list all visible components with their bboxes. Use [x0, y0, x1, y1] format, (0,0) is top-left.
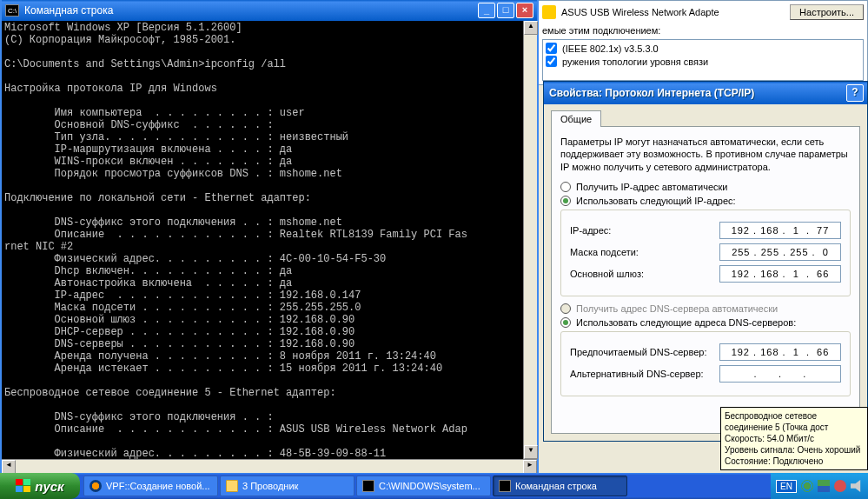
- radio-icon: [560, 196, 571, 206]
- language-indicator[interactable]: EN: [776, 480, 797, 493]
- radio-manual-ip-label: Использовать следующий IP-адрес:: [576, 196, 736, 206]
- volume-icon[interactable]: [851, 480, 863, 492]
- ieee-item: (IEEE 802.1x) v3.5.3.0: [562, 43, 659, 54]
- tooltip-line: Состояние: Подключено: [725, 456, 864, 467]
- tcpip-title-text: Свойства: Протокол Интернета (TCP/IP): [549, 87, 754, 99]
- command-prompt-window: C:\ Командная строка _ □ × Microsoft Win…: [0, 0, 539, 475]
- cmd-icon: [499, 480, 511, 492]
- dns2-label: Альтернативный DNS-сервер:: [570, 369, 719, 379]
- scroll-right-icon[interactable]: ►: [523, 460, 537, 474]
- proto-checkbox[interactable]: [546, 43, 557, 54]
- tab-general[interactable]: Общие: [551, 110, 601, 127]
- radio-manual-dns-label: Использовать следующие адреса DNS-сервер…: [576, 317, 796, 328]
- taskbar-label: Командная строка: [515, 481, 597, 491]
- scrollbar-horizontal[interactable]: ◄ ►: [2, 459, 537, 473]
- dns1-input[interactable]: [719, 343, 841, 361]
- network-connection-props: ASUS USB Wireless Network Adapte Настрои…: [538, 0, 868, 85]
- taskbar-label: C:\WINDOWS\system...: [379, 481, 480, 491]
- tray-tooltip: Беспроводное сетевое соединение 5 (Точка…: [720, 407, 868, 470]
- tcpip-description: Параметры IP могут назначаться автоматич…: [560, 136, 851, 173]
- system-tray: EN: [771, 473, 868, 499]
- cmd-titlebar[interactable]: C:\ Командная строка _ □ ×: [2, 0, 537, 21]
- network-icon[interactable]: [818, 480, 830, 492]
- radio-manual-ip[interactable]: Использовать следующий IP-адрес:: [560, 196, 851, 206]
- tooltip-line: Скорость: 54.0 Мбит/с: [725, 433, 864, 444]
- firefox-icon: [89, 480, 102, 492]
- start-button[interactable]: пуск: [0, 473, 80, 499]
- cmd-icon: C:\: [5, 4, 19, 17]
- taskbar-item-explorer[interactable]: 3 Проводник: [220, 476, 354, 496]
- taskbar-item-firefox[interactable]: VPF::Создание новой...: [83, 476, 218, 496]
- close-button[interactable]: ×: [516, 3, 533, 18]
- device-icon: [542, 5, 556, 19]
- cmd-output[interactable]: Microsoft Windows XP [Версия 5.1.2600] (…: [2, 21, 537, 473]
- mask-input[interactable]: [719, 243, 841, 261]
- radio-icon: [560, 182, 571, 192]
- radio-icon: [560, 317, 571, 328]
- cmd-title-text: Командная строка: [24, 4, 113, 17]
- minimize-button[interactable]: _: [478, 3, 495, 18]
- gateway-label: Основной шлюз:: [570, 269, 719, 279]
- radio-icon: [560, 303, 571, 314]
- ip-input[interactable]: [719, 222, 841, 239]
- radio-auto-ip[interactable]: Получить IP-адрес автоматически: [560, 182, 851, 192]
- taskbar-label: 3 Проводник: [242, 481, 298, 491]
- scroll-left-icon[interactable]: ◄: [2, 460, 16, 474]
- gateway-input[interactable]: [719, 265, 841, 283]
- dns2-input[interactable]: [719, 365, 841, 383]
- dns1-label: Предпочитаемый DNS-сервер:: [570, 347, 719, 357]
- taskbar: пуск VPF::Создание новой... 3 Проводник …: [0, 473, 868, 499]
- taskbar-item-cmd[interactable]: Командная строка: [493, 476, 627, 496]
- scroll-up-icon[interactable]: ▲: [524, 21, 538, 35]
- adapter-name: ASUS USB Wireless Network Adapte: [561, 7, 719, 17]
- cmd-icon: [362, 480, 374, 492]
- radio-auto-dns: Получить адрес DNS-сервера автоматически: [560, 303, 851, 314]
- ip-label: IP-адрес:: [570, 225, 719, 236]
- folder-icon: [226, 480, 238, 492]
- scrollbar-vertical[interactable]: ▲ ▼: [523, 21, 537, 459]
- wireless-icon[interactable]: [801, 480, 813, 492]
- ip-group: IP-адрес: Маска подсети: Основной шлюз:: [560, 210, 851, 296]
- radio-auto-dns-label: Получить адрес DNS-сервера автоматически: [576, 303, 778, 314]
- used-by-label: емые этим подключением:: [542, 25, 864, 36]
- tcpip-titlebar[interactable]: Свойства: Протокол Интернета (TCP/IP) ?: [544, 82, 867, 104]
- scroll-down-icon[interactable]: ▼: [524, 445, 538, 459]
- configure-button[interactable]: Настроить...: [790, 4, 864, 20]
- maximize-button[interactable]: □: [497, 3, 514, 18]
- tooltip-line: Уровень сигнала: Очень хороший: [725, 444, 864, 456]
- shield-icon[interactable]: [834, 480, 846, 492]
- taskbar-item-system[interactable]: C:\WINDOWS\system...: [356, 476, 491, 496]
- tcpip-properties-window: Свойства: Протокол Интернета (TCP/IP) ? …: [543, 81, 868, 442]
- tooltip-line: Беспроводное сетевое соединение 5 (Точка…: [725, 410, 864, 433]
- radio-auto-ip-label: Получить IP-адрес автоматически: [576, 182, 727, 192]
- windows-logo-icon: [16, 479, 31, 493]
- mask-label: Маска подсети:: [570, 247, 719, 257]
- topo-item: ружения топологии уровня связи: [562, 57, 708, 67]
- proto-checkbox[interactable]: [546, 56, 557, 67]
- help-button[interactable]: ?: [846, 84, 864, 102]
- radio-manual-dns[interactable]: Использовать следующие адреса DNS-сервер…: [560, 317, 851, 328]
- taskbar-label: VPF::Создание новой...: [106, 481, 210, 491]
- start-label: пуск: [35, 479, 63, 494]
- dns-group: Предпочитаемый DNS-сервер: Альтернативны…: [560, 331, 851, 396]
